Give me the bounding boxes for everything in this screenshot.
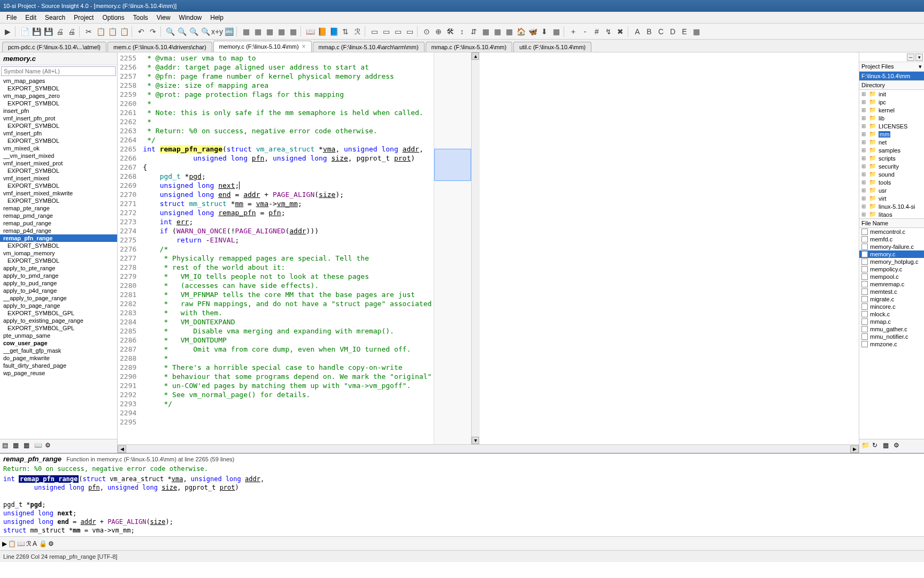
scroll-up-icon[interactable]: ▲ (472, 52, 479, 60)
symbol-item[interactable]: vmf_insert_mixed (0, 174, 117, 182)
symbol-item[interactable]: apply_to_pud_range (0, 279, 117, 287)
symbol-item[interactable]: pte_unmap_same (0, 332, 117, 339)
menu-tools[interactable]: Tools (129, 13, 152, 22)
symbol-item[interactable]: apply_to_pmd_range (0, 272, 117, 279)
file-item[interactable]: mmap.c (859, 318, 924, 325)
toolbar-btn-8[interactable]: ✂ (83, 26, 94, 37)
symbol-tool-2[interactable]: ▦ (13, 442, 22, 451)
file-item[interactable]: mempolicy.c (859, 265, 924, 273)
toolbar-btn-49[interactable]: 🦋 (527, 26, 538, 37)
symbol-item[interactable]: vm_mixed_ok (0, 144, 117, 152)
doc-tab[interactable]: mmap.c (F:\linux-5.10.4\arch\arm\mm) (313, 42, 425, 52)
symbol-item[interactable]: vm_map_pages_zero (0, 92, 117, 100)
toolbar-btn-38[interactable]: ▭ (404, 26, 415, 37)
symbol-item[interactable]: EXPORT_SYMBOL (0, 85, 117, 92)
toolbar-btn-45[interactable]: ▦ (480, 26, 491, 37)
toolbar-btn-26[interactable]: ▦ (276, 26, 287, 37)
symbol-list[interactable]: vm_map_pagesEXPORT_SYMBOLvm_map_pages_ze… (0, 77, 117, 439)
toolbar-btn-53[interactable]: + (568, 26, 579, 37)
dir-item[interactable]: 📁mm (859, 130, 924, 138)
file-item[interactable]: mmzone.c (859, 340, 924, 348)
dir-item[interactable]: 📁litaos (859, 210, 924, 218)
dir-item[interactable]: 📁scripts (859, 154, 924, 162)
symbol-item[interactable]: apply_to_page_range (0, 302, 117, 309)
file-item[interactable]: mlock.c (859, 310, 924, 318)
toolbar-btn-27[interactable]: ▦ (288, 26, 298, 37)
doc-tab[interactable]: util.c (F:\linux-5.10.4\mm) (513, 42, 591, 52)
code-area[interactable]: 2255225622572258225922602261226222632264… (118, 52, 859, 444)
btool-1[interactable]: ▶ (2, 540, 7, 547)
toolbar-btn-0[interactable]: ▶ (2, 26, 13, 37)
symbol-item[interactable]: vmf_insert_mixed_prot (0, 159, 117, 167)
toolbar-btn-36[interactable]: ▭ (381, 26, 391, 37)
file-item[interactable]: memory.c (859, 250, 924, 258)
symbol-item[interactable]: remap_p4d_range (0, 227, 117, 234)
menu-edit[interactable]: Edit (21, 13, 41, 22)
dir-item[interactable]: 📁LICENSES (859, 122, 924, 130)
toolbar-btn-57[interactable]: ✖ (615, 26, 626, 37)
code-body[interactable]: * @vma: user vma to map to * @addr: targ… (141, 52, 434, 444)
dir-item[interactable]: 📁net (859, 138, 924, 146)
toolbar-btn-40[interactable]: ⊙ (421, 26, 432, 37)
hscroll-track[interactable] (126, 445, 850, 453)
toolbar-btn-63[interactable]: E (679, 26, 690, 37)
toolbar-btn-59[interactable]: A (632, 26, 643, 37)
toolbar-btn-46[interactable]: ▦ (492, 26, 503, 37)
symbol-item[interactable]: remap_pte_range (0, 204, 117, 212)
doc-tab[interactable]: memory.c (F:\linux-5.10.4\mm)× (213, 41, 312, 52)
file-item[interactable]: mincore.c (859, 303, 924, 310)
symbol-item[interactable]: cow_user_page (0, 339, 117, 347)
gear-icon[interactable]: ⚙ (45, 442, 55, 451)
symbol-item[interactable]: EXPORT_SYMBOL (0, 182, 117, 189)
symbol-tool-1[interactable]: ▤ (2, 442, 12, 451)
file-item[interactable]: mmu_gather.c (859, 325, 924, 333)
file-item[interactable]: memory-failure.c (859, 243, 924, 250)
dir-item[interactable]: 📁usr (859, 186, 924, 194)
toolbar-btn-3[interactable]: 💾 (31, 26, 42, 37)
symbol-item[interactable]: vm_iomap_memory (0, 249, 117, 257)
scroll-right-icon[interactable]: ▶ (850, 445, 859, 453)
minimap[interactable] (434, 52, 471, 444)
toolbar-btn-20[interactable]: x+y (212, 26, 222, 37)
menu-search[interactable]: Search (41, 13, 70, 22)
btool-4[interactable]: ℛ (26, 540, 32, 547)
toolbar-btn-19[interactable]: 🔍 (200, 26, 211, 37)
toolbar-btn-62[interactable]: D (667, 26, 678, 37)
toolbar-btn-24[interactable]: ▦ (252, 26, 263, 37)
menu-file[interactable]: File (2, 13, 21, 22)
menu-options[interactable]: Options (98, 13, 128, 22)
project-path[interactable]: F:\linux-5.10.4\mm (859, 72, 924, 80)
dir-item[interactable]: 📁tools (859, 178, 924, 186)
doc-tab[interactable]: mem.c (F:\linux-5.10.4\drivers\char) (107, 42, 212, 52)
doc-tab[interactable]: mmap.c (F:\linux-5.10.4\mm) (426, 42, 513, 52)
toolbar-btn-9[interactable]: 📋 (95, 26, 106, 37)
symbol-item[interactable]: fault_dirty_shared_page (0, 362, 117, 369)
dir-item[interactable]: 📁virt (859, 194, 924, 202)
symbol-item[interactable]: do_page_mkwrite (0, 354, 117, 362)
toolbar-btn-44[interactable]: ⇵ (468, 26, 479, 37)
toolbar-btn-61[interactable]: C (656, 26, 666, 37)
toolbar-btn-11[interactable]: 📋 (119, 26, 129, 37)
toolbar-btn-32[interactable]: ⇅ (340, 26, 351, 37)
dir-item[interactable]: 📁sound (859, 170, 924, 178)
minimize-icon[interactable]: ─ (907, 54, 914, 61)
dir-item[interactable]: 📁security (859, 162, 924, 170)
symbol-item[interactable]: wp_page_reuse (0, 369, 117, 377)
symbol-tool-4[interactable]: 📖 (34, 442, 44, 451)
symbol-item[interactable]: EXPORT_SYMBOL (0, 137, 117, 144)
minimap-viewport[interactable] (434, 149, 471, 181)
btool-gear-icon[interactable]: ⚙ (48, 540, 54, 547)
toolbar-btn-2[interactable]: 📄 (19, 26, 30, 37)
symbol-item[interactable]: __apply_to_page_range (0, 294, 117, 302)
symbol-item[interactable]: remap_pfn_range (0, 234, 117, 242)
symbol-item[interactable]: vm_map_pages (0, 77, 117, 85)
symbol-item[interactable]: EXPORT_SYMBOL (0, 167, 117, 174)
file-item[interactable]: memtest.c (859, 288, 924, 295)
symbol-item[interactable]: EXPORT_SYMBOL (0, 122, 117, 130)
file-item[interactable]: memfd.c (859, 235, 924, 243)
dir-item[interactable]: 📁kernel (859, 106, 924, 114)
toolbar-btn-64[interactable]: ▦ (691, 26, 702, 37)
context-code[interactable]: int remap_pfn_range(struct vm_area_struc… (0, 474, 924, 536)
toolbar-btn-30[interactable]: 📙 (317, 26, 327, 37)
toolbar-btn-33[interactable]: ℛ (352, 26, 363, 37)
